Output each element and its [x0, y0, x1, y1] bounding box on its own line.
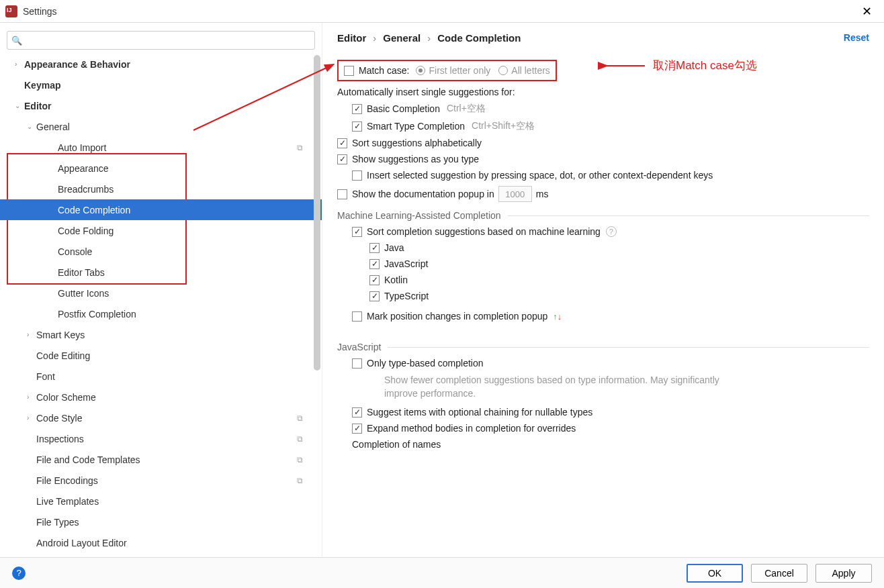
sidebar-item-label: Code Style [36, 413, 82, 424]
help-icon[interactable]: ? [606, 226, 617, 237]
basic-completion-label: Basic Completion [367, 103, 440, 114]
only-type-checkbox[interactable] [352, 358, 362, 369]
scrollbar[interactable] [314, 55, 320, 371]
sidebar-item-label: Appearance [58, 163, 109, 174]
settings-tree: ›Appearance & BehaviorKeymap⌄Editor⌄Gene… [0, 54, 322, 556]
sidebar-item-keymap[interactable]: Keymap [0, 75, 322, 95]
titlebar: Settings ✕ [0, 0, 884, 23]
sidebar-item-label: Inspections [36, 434, 84, 444]
match-case-label: Match case: [359, 65, 409, 76]
sort-alpha-checkbox[interactable] [337, 138, 347, 148]
sidebar-item-label: Keymap [24, 80, 60, 91]
all-letters-radio[interactable] [498, 66, 508, 75]
typescript-label: TypeScript [384, 291, 429, 301]
chevron-icon: ⌄ [27, 123, 36, 130]
sidebar-item-label: Code Editing [36, 350, 90, 361]
sidebar-item-file-encodings[interactable]: File Encodings⧉ [0, 470, 322, 491]
sort-alpha-label: Sort suggestions alphabetically [352, 138, 482, 148]
insert-space-label: Insert selected suggestion by pressing s… [367, 170, 713, 181]
sidebar-item-inspections[interactable]: Inspections⧉ [0, 428, 322, 449]
javascript-checkbox[interactable] [369, 259, 380, 269]
breadcrumb: Editor › General › Code Completion [337, 32, 869, 44]
sidebar-item-appearance[interactable]: Appearance [0, 158, 322, 179]
sidebar: 🔍 ›Appearance & BehaviorKeymap⌄Editor⌄Ge… [0, 23, 322, 556]
ml-sort-checkbox[interactable] [352, 227, 362, 237]
chevron-icon: › [27, 331, 36, 338]
sidebar-item-label: Code Completion [58, 205, 130, 215]
suggest-optional-label: Suggest items with optional chaining for… [367, 407, 592, 418]
up-down-icon: ↑↓ [553, 311, 562, 322]
copy-icon: ⧉ [297, 476, 303, 485]
completion-names-label: Completion of names [352, 439, 441, 450]
match-case-highlight: Match case: First letter only All letter… [337, 60, 557, 81]
sidebar-item-appearance-behavior[interactable]: ›Appearance & Behavior [0, 54, 322, 75]
sidebar-item-label: File and Code Templates [36, 454, 140, 465]
expand-method-checkbox[interactable] [352, 424, 362, 434]
reset-link[interactable]: Reset [844, 32, 869, 43]
ok-button[interactable]: OK [687, 564, 743, 583]
show-doc-checkbox[interactable] [337, 189, 347, 199]
sidebar-item-label: Color Scheme [36, 392, 96, 403]
smart-completion-checkbox[interactable] [352, 121, 362, 132]
bottom-bar: ? OK Cancel Apply [0, 557, 884, 588]
insert-space-checkbox[interactable] [352, 170, 362, 181]
cancel-button[interactable]: Cancel [751, 564, 807, 583]
only-type-label: Only type-based completion [367, 358, 484, 369]
sidebar-item-code-folding[interactable]: Code Folding [0, 220, 322, 241]
sidebar-item-code-completion[interactable]: Code Completion [0, 199, 322, 220]
sidebar-item-auto-import[interactable]: Auto Import⧉ [0, 137, 322, 158]
chevron-icon: › [27, 414, 36, 422]
sidebar-item-console[interactable]: Console [0, 241, 322, 262]
mark-position-checkbox[interactable] [352, 311, 362, 322]
sidebar-item-gutter-icons[interactable]: Gutter Icons [0, 283, 322, 303]
sidebar-item-color-scheme[interactable]: ›Color Scheme [0, 387, 322, 407]
basic-completion-checkbox[interactable] [352, 104, 362, 114]
sidebar-item-file-and-code-templates[interactable]: File and Code Templates⧉ [0, 449, 322, 470]
sidebar-item-label: Smart Keys [36, 330, 85, 340]
divider [508, 215, 869, 216]
search-input[interactable] [25, 36, 310, 46]
search-box[interactable]: 🔍 [7, 31, 315, 50]
copy-icon: ⧉ [297, 434, 303, 444]
sidebar-item-code-style[interactable]: ›Code Style⧉ [0, 407, 322, 428]
window-title: Settings [23, 6, 57, 17]
sidebar-item-label: File Types [36, 517, 79, 528]
sidebar-item-editor[interactable]: ⌄Editor [0, 95, 322, 116]
doc-delay-input[interactable] [498, 186, 532, 202]
sidebar-item-label: Editor Tabs [58, 267, 105, 278]
close-icon[interactable]: ✕ [855, 1, 879, 21]
sidebar-item-label: Code Folding [58, 226, 114, 236]
breadcrumb-editor[interactable]: Editor [337, 32, 366, 44]
sidebar-item-android-layout-editor[interactable]: Android Layout Editor [0, 532, 322, 553]
kotlin-checkbox[interactable] [369, 275, 380, 285]
sidebar-item-live-templates[interactable]: Live Templates [0, 491, 322, 511]
sidebar-item-code-editing[interactable]: Code Editing [0, 345, 322, 366]
main-panel: Editor › General › Code Completion Reset… [322, 23, 884, 556]
sidebar-item-font[interactable]: Font [0, 366, 322, 387]
auto-insert-label: Automatically insert single suggestions … [337, 87, 515, 97]
sidebar-item-file-types[interactable]: File Types [0, 511, 322, 532]
first-letter-radio[interactable] [416, 66, 425, 75]
sidebar-item-label: Postfix Completion [58, 309, 136, 320]
chevron-icon: › [15, 60, 24, 68]
help-button[interactable]: ? [12, 567, 26, 580]
sidebar-item-smart-keys[interactable]: ›Smart Keys [0, 324, 322, 345]
breadcrumb-general[interactable]: General [383, 32, 421, 44]
javascript-label: JavaScript [384, 258, 428, 269]
show-as-type-checkbox[interactable] [337, 154, 347, 164]
show-as-type-label: Show suggestions as you type [352, 154, 479, 164]
sidebar-item-label: Breadcrumbs [58, 184, 114, 195]
sidebar-item-general[interactable]: ⌄General [0, 116, 322, 137]
java-checkbox[interactable] [369, 243, 380, 253]
apply-button[interactable]: Apply [815, 564, 872, 583]
annotation-text: 取消Match case勾选 [653, 58, 757, 73]
app-icon [5, 5, 17, 17]
sidebar-item-editor-tabs[interactable]: Editor Tabs [0, 262, 322, 283]
chevron-icon: › [27, 393, 36, 401]
sidebar-item-postfix-completion[interactable]: Postfix Completion [0, 303, 322, 324]
sidebar-item-breadcrumbs[interactable]: Breadcrumbs [0, 179, 322, 199]
suggest-optional-checkbox[interactable] [352, 407, 362, 418]
match-case-checkbox[interactable] [344, 66, 354, 76]
chevron-right-icon: › [373, 32, 376, 44]
typescript-checkbox[interactable] [369, 291, 380, 301]
